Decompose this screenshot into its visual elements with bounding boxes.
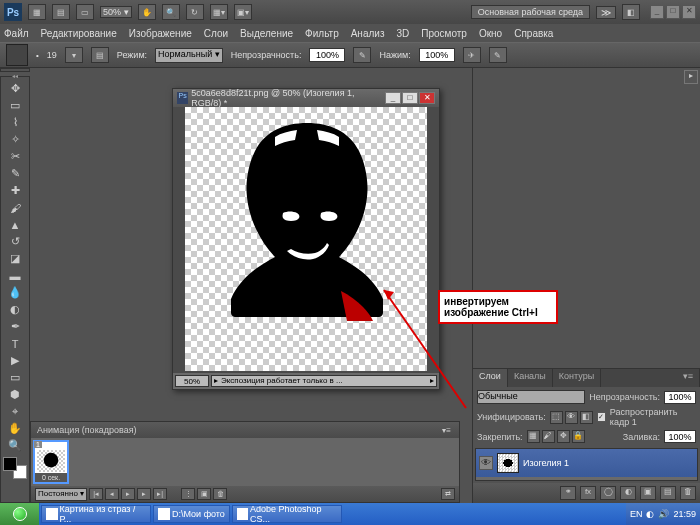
tray-clock[interactable]: 21:59 [673, 509, 696, 519]
fill-input[interactable] [664, 430, 696, 443]
brush-panel-icon[interactable]: ▤ [91, 47, 109, 63]
menu-help[interactable]: Справка [514, 28, 553, 39]
adjustment-layer-icon[interactable]: ◐ [620, 486, 636, 500]
menu-select[interactable]: Выделение [240, 28, 293, 39]
animation-frame[interactable]: 1 0 сек. [34, 441, 68, 483]
current-tool-icon[interactable] [6, 44, 28, 66]
3d-camera-tool-icon[interactable]: ⌖ [4, 403, 26, 420]
tray-icon[interactable]: 🔊 [658, 509, 669, 519]
foreground-color-swatch[interactable] [3, 457, 17, 471]
tab-layers[interactable]: Слои [473, 369, 508, 387]
type-tool-icon[interactable]: T [4, 335, 26, 352]
arrange-docs-icon[interactable]: ▦▾ [210, 4, 228, 20]
rotate-view-icon[interactable]: ↻ [186, 4, 204, 20]
menu-filter[interactable]: Фильтр [305, 28, 339, 39]
duplicate-frame-icon[interactable]: ▣ [197, 488, 211, 500]
menu-layer[interactable]: Слои [204, 28, 228, 39]
play-icon[interactable]: ▸ [121, 488, 135, 500]
taskbar-item[interactable]: Картина из страз / Р... [41, 505, 151, 523]
history-brush-tool-icon[interactable]: ↺ [4, 233, 26, 250]
brush-tool-icon[interactable]: 🖌 [4, 199, 26, 216]
mini-bridge-icon[interactable]: ▤ [52, 4, 70, 20]
tray-icon[interactable]: ◐ [646, 509, 654, 519]
zoom-tool-icon[interactable]: 🔍 [4, 437, 26, 454]
lasso-tool-icon[interactable]: ⌇ [4, 114, 26, 131]
link-layers-icon[interactable]: ⚭ [560, 486, 576, 500]
layer-opacity-input[interactable] [664, 391, 696, 404]
brush-preset-icon[interactable]: ▾ [65, 47, 83, 63]
expand-panels-button[interactable]: ≫ [596, 6, 616, 19]
layer-name[interactable]: Изогелия 1 [523, 458, 569, 468]
dodge-tool-icon[interactable]: ◐ [4, 301, 26, 318]
layer-style-icon[interactable]: fx [580, 486, 596, 500]
lock-all-icon[interactable]: 🔒 [572, 430, 585, 443]
menu-file[interactable]: Файл [4, 28, 29, 39]
tween-icon[interactable]: ⋮ [181, 488, 195, 500]
move-tool-icon[interactable]: ✥ [4, 80, 26, 97]
visibility-toggle-icon[interactable]: 👁 [479, 456, 493, 470]
menu-analysis[interactable]: Анализ [351, 28, 385, 39]
blend-mode-select[interactable]: Нормальный ▾ [155, 48, 223, 63]
workspace-button[interactable]: Основная рабочая среда [471, 5, 590, 19]
pen-tool-icon[interactable]: ✒ [4, 318, 26, 335]
delete-layer-icon[interactable]: 🗑 [680, 486, 696, 500]
3d-tool-icon[interactable]: ⬢ [4, 386, 26, 403]
convert-timeline-icon[interactable]: ⇄ [441, 488, 455, 500]
layer-mask-icon[interactable]: ◯ [600, 486, 616, 500]
flow-input[interactable] [419, 48, 455, 62]
loop-select[interactable]: Постоянно ▾ [35, 488, 87, 501]
brush-size-preview[interactable]: 19 [47, 50, 57, 60]
new-layer-icon[interactable]: ▤ [660, 486, 676, 500]
menu-image[interactable]: Изображение [129, 28, 192, 39]
doc-zoom-field[interactable]: 50% [175, 375, 209, 387]
window-maximize-icon[interactable]: □ [666, 5, 680, 19]
screen-mode-icon[interactable]: ▣▾ [234, 4, 252, 20]
window-minimize-icon[interactable]: _ [650, 5, 664, 19]
layer-blend-mode-select[interactable]: Обычные [477, 390, 585, 404]
taskbar-item[interactable]: Adobe Photoshop CS... [232, 505, 342, 523]
tablet-pressure-icon[interactable]: ✎ [489, 47, 507, 63]
shape-tool-icon[interactable]: ▭ [4, 369, 26, 386]
gradient-tool-icon[interactable]: ▬ [4, 267, 26, 284]
layer-thumbnail[interactable] [497, 453, 519, 473]
color-swatches[interactable] [3, 457, 27, 479]
path-select-tool-icon[interactable]: ▶ [4, 352, 26, 369]
propagate-checkbox[interactable]: ✓ [597, 412, 606, 422]
tab-paths[interactable]: Контуры [553, 369, 601, 387]
first-frame-icon[interactable]: |◂ [89, 488, 103, 500]
wand-tool-icon[interactable]: ✧ [4, 131, 26, 148]
window-close-icon[interactable]: ✕ [682, 5, 696, 19]
tray-lang[interactable]: EN [630, 509, 643, 519]
menu-window[interactable]: Окно [479, 28, 502, 39]
delete-frame-icon[interactable]: 🗑 [213, 488, 227, 500]
doc-maximize-icon[interactable]: □ [402, 92, 418, 104]
hand-tool-icon[interactable]: ✋ [4, 420, 26, 437]
start-button[interactable] [0, 503, 40, 525]
eyedropper-tool-icon[interactable]: ✎ [4, 165, 26, 182]
marquee-tool-icon[interactable]: ▭ [4, 97, 26, 114]
hand-tool-icon[interactable]: ✋ [138, 4, 156, 20]
panel-menu-icon[interactable]: ▾≡ [442, 426, 451, 435]
lock-image-icon[interactable]: 🖌 [542, 430, 555, 443]
prev-frame-icon[interactable]: ◂ [105, 488, 119, 500]
launch-bridge-icon[interactable]: ▦ [28, 4, 46, 20]
layer-row[interactable]: 👁 Изогелия 1 [476, 449, 697, 477]
stamp-tool-icon[interactable]: ▲ [4, 216, 26, 233]
heal-tool-icon[interactable]: ✚ [4, 182, 26, 199]
airbrush-icon[interactable]: ✈ [463, 47, 481, 63]
menu-3d[interactable]: 3D [396, 28, 409, 39]
lock-position-icon[interactable]: ✥ [557, 430, 570, 443]
opacity-input[interactable] [309, 48, 345, 62]
next-frame-icon[interactable]: ▸ [137, 488, 151, 500]
unify-position-icon[interactable]: ⬚ [550, 411, 563, 424]
unify-style-icon[interactable]: ◧ [580, 411, 593, 424]
menu-view[interactable]: Просмотр [421, 28, 467, 39]
lock-transparency-icon[interactable]: ▦ [527, 430, 540, 443]
toolbox-collapse-icon[interactable]: ◂◂ [0, 71, 33, 77]
eraser-tool-icon[interactable]: ◪ [4, 250, 26, 267]
collapse-dock-icon[interactable]: ▸ [684, 70, 698, 84]
tab-channels[interactable]: Каналы [508, 369, 553, 387]
blur-tool-icon[interactable]: 💧 [4, 284, 26, 301]
view-extras-icon[interactable]: ▭ [76, 4, 94, 20]
crop-tool-icon[interactable]: ✂ [4, 148, 26, 165]
